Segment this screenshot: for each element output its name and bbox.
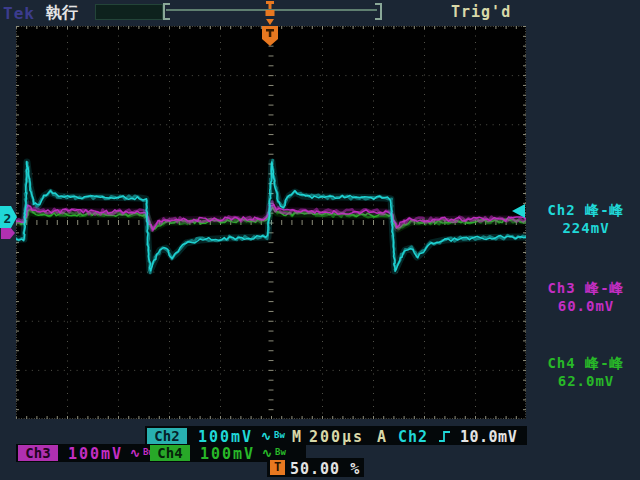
ch2-scale: 100mV xyxy=(198,428,253,446)
ch2-ground-marker: 2 xyxy=(0,206,18,228)
measurement-channel: Ch2 xyxy=(547,202,575,218)
ch2-marker-label: 2 xyxy=(4,211,12,226)
trigger-position-flag-icon xyxy=(261,19,279,47)
scope-screen: Tek 執行 Trig'd 2 Ch2 峰-峰 224m xyxy=(0,0,640,480)
measurement-type: 峰-峰 xyxy=(585,202,624,218)
ch4-label-box: Ch4 xyxy=(150,445,190,461)
record-view-bracket-right xyxy=(375,3,382,20)
trigger-position-record-icon xyxy=(264,1,276,17)
rising-edge-icon xyxy=(438,430,451,443)
timebase-value: 200µs xyxy=(309,428,364,446)
horizontal-position-value: 50.00 % xyxy=(290,460,360,478)
measurement-type: 峰-峰 xyxy=(585,280,624,296)
ch2-label-box: Ch2 xyxy=(147,428,187,444)
measurement-ch2-pkpk: Ch2 峰-峰 224mV xyxy=(534,201,638,237)
measurement-type: 峰-峰 xyxy=(585,355,624,371)
ch2-coupling-icon: ∿ xyxy=(261,429,271,443)
measurement-value: 62.0mV xyxy=(534,372,638,390)
trigger-mode: A xyxy=(377,428,388,446)
ch3-scale: 100mV xyxy=(68,445,123,463)
record-view-bracket-left xyxy=(163,3,170,20)
acquisition-status-box xyxy=(95,4,163,20)
measurement-channel: Ch4 xyxy=(547,355,575,371)
trigger-level-arrow-icon xyxy=(509,203,525,219)
ch3-coupling-icon: ∿ xyxy=(130,446,140,460)
ch3-ground-marker xyxy=(1,227,16,240)
acquisition-run-status: 執行 xyxy=(46,3,78,24)
ch3-label-box: Ch3 xyxy=(18,445,58,461)
graticule xyxy=(16,26,526,419)
trigger-source: Ch2 xyxy=(398,428,428,446)
ch4-coupling-icon: ∿ xyxy=(262,446,272,460)
trigger-level: 10.0mV xyxy=(460,428,517,446)
measurement-channel: Ch3 xyxy=(547,280,575,296)
waveform-canvas xyxy=(16,26,526,419)
tek-logo: Tek xyxy=(3,4,35,23)
timebase-label: M xyxy=(292,428,303,446)
ch4-scale: 100mV xyxy=(200,445,255,463)
ch2-bandwidth-icon: Bw xyxy=(274,430,285,440)
ch4-bandwidth-icon: Bw xyxy=(275,447,286,457)
measurement-ch3-pkpk: Ch3 峰-峰 60.0mV xyxy=(534,279,638,315)
measurement-value: 60.0mV xyxy=(534,297,638,315)
horizontal-trigger-icon: T xyxy=(270,460,285,475)
trigger-status: Trig'd xyxy=(451,3,511,21)
measurement-ch4-pkpk: Ch4 峰-峰 62.0mV xyxy=(534,354,638,390)
measurement-value: 224mV xyxy=(534,219,638,237)
